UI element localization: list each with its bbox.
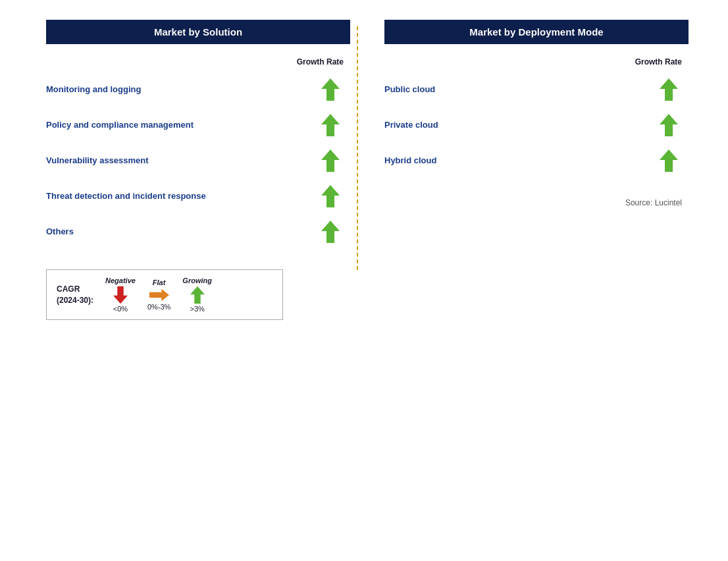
- right-item-2: Private cloud: [384, 107, 689, 143]
- svg-marker-1: [321, 114, 340, 136]
- svg-marker-8: [660, 78, 678, 101]
- legend-box: CAGR(2024-30): Negative <0% Flat 0%-3% G…: [46, 269, 283, 320]
- left-growth-rate-label: Growth Rate: [46, 54, 350, 67]
- left-item-5: Others: [46, 214, 350, 250]
- right-arrow-orange-icon: [149, 288, 169, 302]
- up-arrow-icon: [321, 221, 340, 243]
- legend-growing-label: Growing: [182, 277, 212, 284]
- svg-marker-2: [321, 149, 340, 172]
- svg-marker-0: [321, 78, 340, 101]
- legend-negative-range: <0%: [113, 305, 128, 313]
- up-arrow-icon: [321, 185, 340, 207]
- up-arrow-icon: [660, 78, 678, 101]
- legend-negative: Negative <0%: [105, 277, 136, 313]
- svg-marker-7: [190, 286, 205, 304]
- left-item-4-label: Threat detection and incident response: [46, 190, 311, 202]
- left-item-5-label: Others: [46, 226, 311, 238]
- right-item-1-label: Public cloud: [384, 84, 649, 95]
- legend-flat-range: 0%-3%: [147, 303, 170, 311]
- svg-marker-3: [321, 185, 340, 207]
- right-item-3-label: Hybrid cloud: [384, 155, 649, 167]
- legend-flat: Flat 0%-3%: [147, 279, 170, 311]
- right-item-1: Public cloud: [384, 72, 689, 107]
- right-panel: Market by Deployment Mode Growth Rate Pu…: [358, 20, 702, 207]
- left-item-2-arrow: [311, 114, 350, 136]
- svg-marker-9: [660, 114, 678, 136]
- left-item-3-label: Vulnerability assessment: [46, 155, 311, 167]
- right-growth-rate-label: Growth Rate: [384, 54, 689, 67]
- up-arrow-icon: [321, 114, 340, 136]
- left-panel-header: Market by Solution: [46, 20, 350, 44]
- svg-marker-10: [660, 149, 678, 172]
- left-item-1-arrow: [311, 78, 350, 101]
- right-item-2-label: Private cloud: [384, 119, 649, 131]
- right-item-2-arrow: [649, 114, 689, 136]
- legend-cagr-label: CAGR(2024-30):: [57, 284, 93, 306]
- left-item-5-arrow: [311, 221, 350, 243]
- legend-growing: Growing >3%: [182, 277, 212, 313]
- right-item-3-arrow: [649, 149, 689, 172]
- left-item-1-label: Monitoring and logging: [46, 84, 311, 95]
- up-arrow-icon: [321, 78, 340, 101]
- down-arrow-red-icon: [113, 286, 128, 304]
- left-item-3: Vulnerability assessment: [46, 143, 350, 178]
- left-panel: Market by Solution Growth Rate Monitorin…: [26, 20, 357, 320]
- source-text: Source: Lucintel: [384, 198, 689, 207]
- left-item-4: Threat detection and incident response: [46, 178, 350, 214]
- legend-flat-label: Flat: [153, 279, 166, 286]
- legend-negative-label: Negative: [105, 277, 136, 284]
- up-arrow-icon: [660, 114, 678, 136]
- main-container: Market by Solution Growth Rate Monitorin…: [26, 20, 702, 320]
- left-item-2: Policy and compliance management: [46, 107, 350, 143]
- left-item-3-arrow: [311, 149, 350, 172]
- right-item-3: Hybrid cloud: [384, 143, 689, 178]
- left-item-2-label: Policy and compliance management: [46, 119, 311, 131]
- left-item-4-arrow: [311, 185, 350, 207]
- right-panel-header: Market by Deployment Mode: [384, 20, 689, 44]
- svg-marker-4: [321, 221, 340, 243]
- left-item-1: Monitoring and logging: [46, 72, 350, 107]
- legend-growing-range: >3%: [190, 305, 205, 313]
- svg-marker-5: [113, 286, 128, 304]
- up-arrow-icon: [660, 149, 678, 172]
- up-arrow-icon: [321, 149, 340, 172]
- up-arrow-green-icon: [190, 286, 205, 304]
- svg-marker-6: [149, 289, 169, 301]
- right-item-1-arrow: [649, 78, 689, 101]
